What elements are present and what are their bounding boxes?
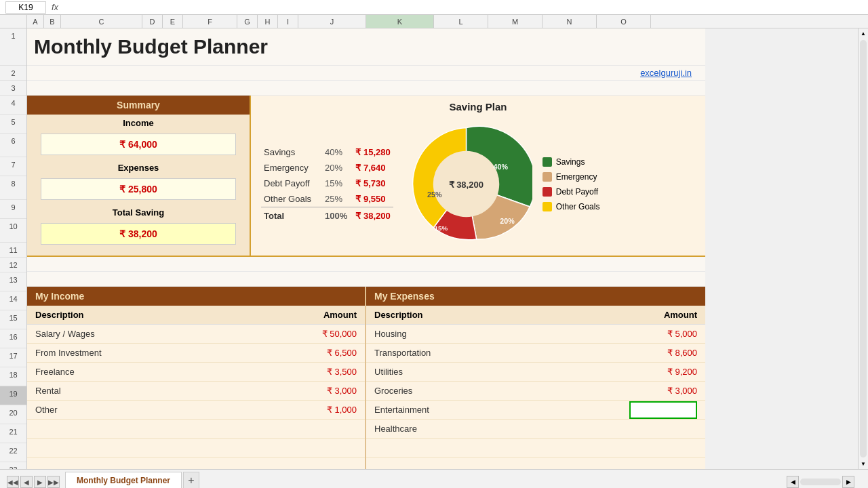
expenses-label: Expenses	[27, 159, 250, 176]
nav-last-button[interactable]: ▶▶	[47, 476, 60, 488]
income-row-2: From Investment ₹ 6,500	[27, 344, 365, 363]
expenses-row-5: Entertainment	[366, 401, 705, 420]
donut-chart: 40% 20% 15% 25% ₹ 38,200	[400, 118, 532, 250]
svg-text:25%: 25%	[427, 190, 442, 199]
scroll-up-button[interactable]: ▲	[859, 28, 869, 39]
nav-prev-button[interactable]: ◀	[20, 476, 33, 488]
legend-othergoals-color	[542, 202, 552, 211]
saving-plan-header: Saving Plan	[261, 101, 695, 113]
scroll-right-button[interactable]: ▶	[842, 476, 854, 488]
col-header-b[interactable]: B	[44, 15, 61, 28]
row-numbers: 1 2 3 4 5 6 7 8 9 10 11 12 13 14 15 16 1…	[0, 28, 27, 469]
col-header-m[interactable]: M	[488, 15, 542, 28]
expenses-col-desc: Description	[374, 310, 629, 320]
income-section: My Income Description Amount Salary / Wa…	[27, 287, 366, 469]
col-header-j[interactable]: J	[298, 15, 366, 28]
col-header-e[interactable]: E	[163, 15, 183, 28]
fx-label: fx	[52, 2, 58, 12]
col-header-o[interactable]: O	[597, 15, 651, 28]
expenses-col-amt: Amount	[629, 310, 697, 320]
income-header: My Income	[27, 287, 365, 306]
expenses-row-4: Groceries ₹ 3,000	[366, 382, 705, 401]
total-saving-label: Total Saving	[27, 204, 250, 221]
website-link[interactable]: excelguruji.in	[640, 68, 692, 78]
income-col-amt: Amount	[289, 310, 357, 320]
expenses-header: My Expenses	[366, 287, 705, 306]
col-header-n[interactable]: N	[542, 15, 597, 28]
legend-savings-color	[542, 157, 552, 167]
donut-center-value: ₹ 38,200	[449, 179, 484, 189]
col-header-c[interactable]: C	[61, 15, 142, 28]
scroll-left-button[interactable]: ◀	[787, 476, 799, 488]
selected-cell[interactable]	[629, 401, 697, 419]
vertical-scrollbar[interactable]: ▲ ▼	[858, 28, 868, 469]
sheet-content: Monthly Budget Planner excelguruji.in Su…	[27, 28, 858, 469]
income-row-3: Freelance ₹ 3,500	[27, 363, 365, 382]
expenses-row-1: Housing ₹ 5,000	[366, 325, 705, 344]
col-header-f[interactable]: F	[183, 15, 237, 28]
expenses-row-6: Healthcare	[366, 420, 705, 439]
col-header-l[interactable]: L	[434, 15, 488, 28]
svg-text:15%: 15%	[434, 224, 448, 232]
sheet-tabs: ◀◀ ◀ ▶ ▶▶ Monthly Budget Planner + ◀ ▶	[0, 469, 868, 488]
summary-header: Summary	[27, 96, 250, 115]
income-col-desc: Description	[35, 310, 289, 320]
cell-reference-box[interactable]	[5, 1, 46, 14]
col-header-g[interactable]: G	[237, 15, 258, 28]
expenses-section: My Expenses Description Amount Housing ₹…	[366, 287, 705, 469]
col-header-a[interactable]: A	[27, 15, 44, 28]
col-header-h[interactable]: H	[258, 15, 278, 28]
saving-plan-table: Savings 40% ₹ 15,280 Emergency 20% ₹ 7,6…	[261, 144, 393, 224]
page-title: Monthly Budget Planner	[34, 35, 268, 58]
formula-bar: fx	[0, 0, 868, 15]
income-value[interactable]: ₹ 64,000	[41, 134, 236, 155]
expenses-row-3: Utilities ₹ 9,200	[366, 363, 705, 382]
svg-text:40%: 40%	[493, 163, 508, 171]
income-row-4: Rental ₹ 3,000	[27, 382, 365, 401]
column-headers: A B C D E F G H I J K L M N O	[0, 15, 868, 28]
legend-emergency-color	[542, 172, 552, 182]
legend-debtpayoff-color	[542, 187, 552, 197]
total-saving-value[interactable]: ₹ 38,200	[41, 223, 236, 245]
chart-legend: Savings Emergency Debt Payoff	[542, 157, 600, 211]
add-sheet-button[interactable]: +	[183, 472, 199, 488]
income-row-5: Other ₹ 1,000	[27, 401, 365, 420]
income-row-1: Salary / Wages ₹ 50,000	[27, 325, 365, 344]
col-header-i[interactable]: I	[278, 15, 298, 28]
expenses-row-2: Transportation ₹ 8,600	[366, 344, 705, 363]
col-header-k[interactable]: K	[366, 15, 434, 28]
sheet-nav-arrows[interactable]: ◀◀ ◀ ▶ ▶▶	[7, 476, 60, 488]
nav-first-button[interactable]: ◀◀	[7, 476, 19, 488]
col-header-d[interactable]: D	[142, 15, 163, 28]
expenses-value[interactable]: ₹ 25,800	[41, 178, 236, 200]
sheet-tab-monthly-budget[interactable]: Monthly Budget Planner	[65, 472, 182, 488]
nav-next-button[interactable]: ▶	[34, 476, 46, 488]
svg-text:20%: 20%	[500, 217, 515, 225]
income-label: Income	[27, 115, 250, 131]
scroll-down-button[interactable]: ▼	[859, 459, 869, 469]
horizontal-scroll-track[interactable]	[800, 479, 841, 485]
scroll-track[interactable]	[860, 40, 867, 458]
